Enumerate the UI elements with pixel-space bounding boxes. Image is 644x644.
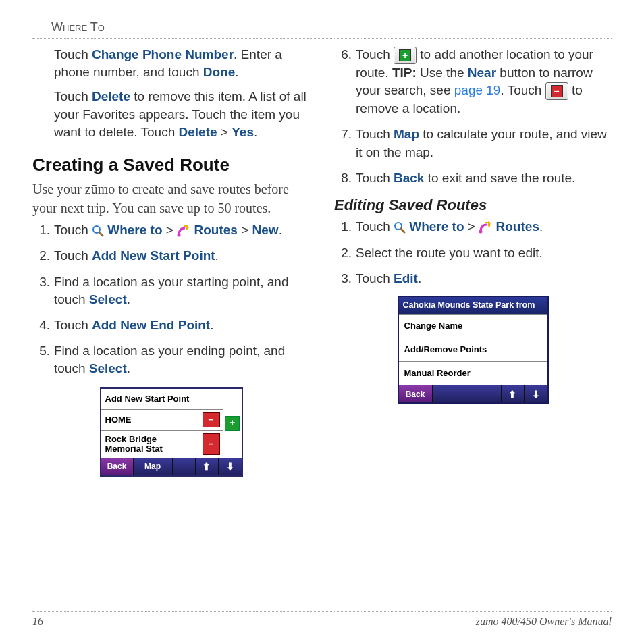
label-map: Map xyxy=(394,127,419,141)
add-location-button-inline: + xyxy=(394,47,417,64)
label-add-new-end-point: Add New End Point xyxy=(92,318,210,332)
step-6: Touch + to add another location to your … xyxy=(334,46,612,117)
step-7: Touch Map to calculate your route, and v… xyxy=(334,126,612,161)
label-routes: Routes xyxy=(194,223,237,237)
device1-row-add-start[interactable]: Add New Start Point xyxy=(101,389,223,409)
scroll-up-button[interactable]: ⬆ xyxy=(502,385,525,402)
remove-button[interactable]: – xyxy=(203,412,220,427)
step-2: Touch Add New Start Point. xyxy=(32,247,310,265)
page-section-header: Where To xyxy=(32,20,612,39)
page-number: 16 xyxy=(32,616,43,628)
steps-create-route-cont: Touch + to add another location to your … xyxy=(334,46,612,187)
step-1: Touch Where to > Routes > New. xyxy=(32,221,310,239)
label-delete-2: Delete xyxy=(179,125,217,139)
label-yes: Yes xyxy=(232,125,254,139)
heading-creating-saved-route: Creating a Saved Route xyxy=(32,153,310,178)
remove-location-button-inline: – xyxy=(545,82,568,100)
label-select-2: Select xyxy=(89,361,127,375)
label-change-phone-number: Change Phone Number xyxy=(92,47,234,61)
step-3: Find a location as your starting point, … xyxy=(32,273,310,308)
device2-back-button[interactable]: Back xyxy=(399,385,433,402)
label-new: New xyxy=(252,223,279,237)
device2-manual-reorder[interactable]: Manual Reorder xyxy=(399,361,547,385)
step-4: Touch Add New End Point. xyxy=(32,317,310,334)
label-select: Select xyxy=(89,292,127,306)
intro-block: Touch Change Phone Number. Enter a phone… xyxy=(32,46,310,141)
device2-change-name[interactable]: Change Name xyxy=(399,314,547,338)
steps-edit-route: Touch Where to > Routes. Select the rout… xyxy=(334,218,612,288)
routes-icon xyxy=(177,225,190,237)
scroll-up-button[interactable]: ⬆ xyxy=(196,458,219,475)
step-8: Touch Back to exit and save the route. xyxy=(334,169,612,187)
steps-create-route: Touch Where to > Routes > New. Touch Add… xyxy=(32,221,310,378)
manual-title: zūmo 400/450 Owner's Manual xyxy=(476,616,612,628)
svg-point-6 xyxy=(479,230,483,234)
page-footer: 16 zūmo 400/450 Owner's Manual xyxy=(32,611,612,628)
label-where-to-2: Where to xyxy=(409,219,464,234)
paragraph-delete: Touch Delete to remove this item. A list… xyxy=(54,88,310,141)
left-column: Touch Change Phone Number. Enter a phone… xyxy=(32,46,310,477)
device1-row-rockbridge[interactable]: Rock Bridge Memorial Stat xyxy=(101,431,200,458)
add-point-button[interactable]: + xyxy=(225,416,240,431)
device2-title: Cahokia Mounds State Park from xyxy=(399,297,547,314)
device1-map-button[interactable]: Map xyxy=(134,458,173,475)
edit-step-1: Touch Where to > Routes. xyxy=(334,218,612,236)
label-back: Back xyxy=(394,171,424,185)
routes-icon xyxy=(479,221,492,234)
link-page-19[interactable]: page 19 xyxy=(454,83,501,97)
edit-step-2: Select the route you want to edit. xyxy=(334,244,612,262)
label-add-new-start-point: Add New Start Point xyxy=(92,248,215,263)
scroll-down-button[interactable]: ⬇ xyxy=(219,458,242,475)
heading-editing-saved-routes: Editing Saved Routes xyxy=(334,195,612,215)
label-done: Done xyxy=(203,65,236,79)
device-screenshot-route-points: Add New Start Point HOME – Rock Bridge M… xyxy=(100,387,243,477)
svg-line-1 xyxy=(99,232,103,236)
tip-label: TIP: xyxy=(392,65,417,80)
section-description: Use your zūmo to create and save routes … xyxy=(32,180,310,217)
paragraph-change-phone: Touch Change Phone Number. Enter a phone… xyxy=(54,46,310,81)
device-screenshot-edit-route: Cahokia Mounds State Park from Change Na… xyxy=(398,296,549,404)
label-where-to: Where to xyxy=(107,223,162,237)
label-delete: Delete xyxy=(92,89,130,103)
device2-add-remove-points[interactable]: Add/Remove Points xyxy=(399,338,547,361)
edit-step-3: Touch Edit. xyxy=(334,270,612,288)
svg-line-5 xyxy=(401,229,404,232)
remove-button[interactable]: – xyxy=(203,433,220,456)
device1-back-button[interactable]: Back xyxy=(101,458,134,475)
right-column: Touch + to add another location to your … xyxy=(334,46,612,477)
two-column-layout: Touch Change Phone Number. Enter a phone… xyxy=(32,46,612,477)
svg-point-2 xyxy=(178,234,181,237)
label-edit: Edit xyxy=(394,271,418,286)
label-near: Near xyxy=(468,65,496,80)
search-icon xyxy=(92,225,104,237)
device1-row-home[interactable]: HOME xyxy=(101,410,200,430)
search-icon xyxy=(394,221,406,234)
label-routes-2: Routes xyxy=(495,219,539,234)
step-5: Find a location as your ending point, an… xyxy=(32,342,310,377)
scroll-down-button[interactable]: ⬇ xyxy=(525,385,547,402)
